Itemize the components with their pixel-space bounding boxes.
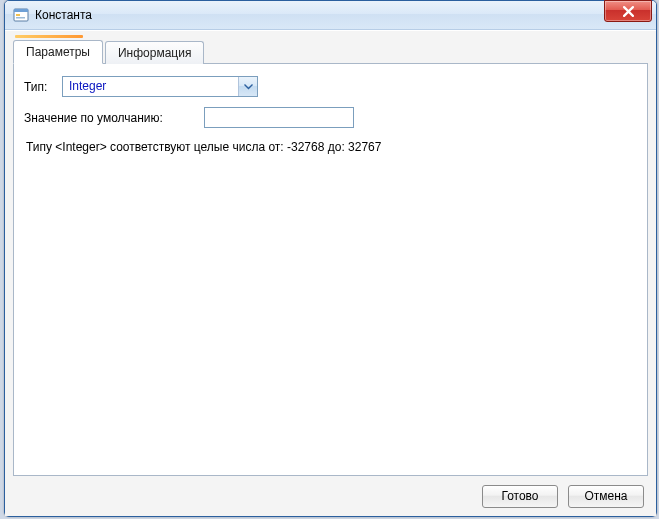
type-description: Типу <Integer> соответствуют целые числа…: [24, 138, 637, 154]
window-title: Константа: [35, 1, 92, 29]
tab-params-label: Параметры: [26, 45, 90, 59]
dialog-window: Константа Параметры Информация Тип:: [4, 0, 657, 517]
type-label: Тип:: [24, 80, 52, 94]
cancel-button-label: Отмена: [584, 489, 627, 503]
tab-info[interactable]: Информация: [105, 41, 204, 64]
default-value-input[interactable]: [204, 107, 354, 128]
titlebar[interactable]: Константа: [5, 1, 656, 30]
client-area: Параметры Информация Тип: Integer: [5, 30, 656, 516]
svg-rect-2: [16, 14, 20, 16]
tab-page-params: Тип: Integer Значение по умолчанию: Типу…: [13, 64, 648, 476]
row-default: Значение по умолчанию:: [24, 107, 637, 128]
type-combobox-value: Integer: [63, 77, 238, 96]
app-icon: [13, 7, 29, 23]
default-label: Значение по умолчанию:: [24, 111, 194, 125]
type-combobox[interactable]: Integer: [62, 76, 258, 97]
type-combobox-button[interactable]: [238, 77, 257, 96]
ok-button-label: Готово: [501, 489, 538, 503]
tab-info-label: Информация: [118, 46, 191, 60]
cancel-button[interactable]: Отмена: [568, 485, 644, 508]
row-type: Тип: Integer: [24, 76, 637, 97]
svg-rect-3: [16, 17, 25, 19]
tab-strip: Параметры Информация: [5, 31, 656, 64]
ok-button[interactable]: Готово: [482, 485, 558, 508]
chevron-down-icon: [244, 84, 253, 90]
close-icon: [623, 6, 634, 17]
tab-params[interactable]: Параметры: [13, 40, 103, 64]
svg-rect-1: [14, 9, 28, 12]
accent-bar: [15, 35, 83, 38]
close-button[interactable]: [604, 0, 652, 22]
button-bar: Готово Отмена: [5, 476, 656, 516]
